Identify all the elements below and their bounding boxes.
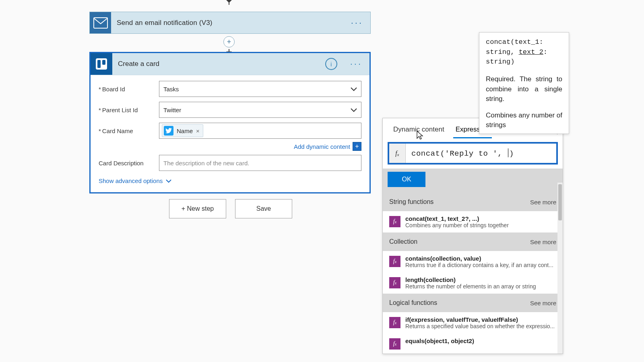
add-dynamic-content-link[interactable]: Add dynamic content [294, 143, 350, 150]
action-card-trello: Create a card i ··· *Board Id Tasks *Par… [89, 52, 371, 193]
action-menu-button[interactable]: ··· [343, 59, 369, 69]
ok-button[interactable]: OK [388, 172, 425, 187]
insert-step-button[interactable]: + [223, 36, 235, 47]
fx-item[interactable]: fxif(expression, valueIfTrue, valueIfFal… [383, 312, 563, 333]
info-icon[interactable]: i [325, 58, 337, 70]
see-more-link[interactable]: See more [530, 199, 556, 206]
fx-section-title: String functions [389, 198, 433, 206]
mail-icon [90, 12, 111, 33]
flow-arrow [229, 0, 229, 5]
fx-signature: length(collection) [405, 276, 556, 283]
fx-section-title: Collection [389, 238, 417, 245]
expression-input[interactable]: fx concat('Reply to ', ) [388, 142, 558, 165]
field-label-card-desc: Card Description [99, 160, 159, 167]
show-advanced-options[interactable]: Show advanced options [99, 177, 361, 184]
tooltip-footer: Combines any number of strings [486, 111, 562, 130]
fx-description: Returns a specified value based on wheth… [405, 323, 556, 329]
svg-rect-0 [94, 18, 107, 28]
token-remove-button[interactable]: × [196, 128, 200, 134]
fx-icon: fx [389, 256, 400, 267]
save-button[interactable]: Save [235, 199, 292, 218]
board-id-select[interactable]: Tasks [159, 81, 361, 97]
svg-rect-3 [102, 60, 105, 65]
field-label-parent-list: *Parent List Id [99, 107, 159, 113]
field-label-board-id: *Board Id [99, 86, 159, 93]
board-id-value: Tasks [163, 86, 179, 93]
add-dynamic-content-button[interactable]: + [353, 142, 361, 151]
fx-item[interactable]: fxconcat(text_1, text_2?, ...)Combines a… [383, 211, 563, 232]
fx-icon: fx [389, 338, 400, 350]
fx-description: Returns the number of elements in an arr… [405, 283, 556, 290]
tooltip-signature: concat(text_1: string, text_2: string) [486, 37, 562, 67]
action-card-email[interactable]: Send an email notification (V3) ··· [89, 12, 371, 34]
fx-icon: fx [389, 144, 406, 163]
fx-description: Combines any number of strings together [405, 222, 556, 228]
parent-list-select[interactable]: Twitter [159, 102, 361, 118]
parent-list-value: Twitter [163, 107, 181, 113]
fx-icon: fx [389, 277, 400, 288]
tooltip-description: Required. The string to combine into a s… [486, 74, 562, 104]
new-step-button[interactable]: + New step [169, 199, 226, 218]
chevron-down-icon [166, 177, 171, 184]
panel-scrollbar[interactable] [557, 183, 563, 354]
fx-icon: fx [389, 216, 400, 227]
expression-tooltip: concat(text_1: string, text_2: string) R… [479, 32, 569, 134]
fx-item[interactable]: fxlength(collection)Returns the number o… [383, 272, 563, 294]
expression-panel: Dynamic content Expression ▲ ▼ fx concat… [382, 118, 563, 354]
fx-signature: if(expression, valueIfTrue, valueIfFalse… [405, 316, 556, 323]
action-menu-button[interactable]: ··· [344, 18, 370, 28]
trello-icon [91, 53, 112, 75]
svg-rect-2 [97, 60, 101, 68]
see-more-link[interactable]: See more [530, 300, 556, 306]
card-description-input[interactable]: The description of the new card. [159, 155, 361, 171]
dynamic-token-name[interactable]: Name × [162, 124, 203, 137]
chevron-down-icon [351, 86, 357, 93]
see-more-link[interactable]: See more [530, 239, 556, 245]
tab-dynamic-content[interactable]: Dynamic content [388, 125, 450, 138]
fx-signature: concat(text_1, text_2?, ...) [405, 215, 556, 222]
chevron-down-icon [351, 107, 357, 113]
fx-signature: contains(collection, value) [405, 255, 556, 262]
fx-item[interactable]: fxequals(object1, object2) [383, 333, 563, 354]
fx-item[interactable]: fxcontains(collection, value)Returns tru… [383, 251, 563, 272]
fx-description: Returns true if a dictionary contains a … [405, 262, 556, 268]
card-desc-placeholder: The description of the new card. [163, 160, 249, 167]
card-name-input[interactable]: Name × [159, 123, 361, 139]
twitter-icon [164, 126, 173, 136]
fx-signature: equals(object1, object2) [405, 337, 556, 344]
fx-section-title: Logical functions [389, 299, 437, 306]
field-label-card-name: *Card Name [99, 128, 159, 134]
action-title: Create a card [112, 60, 325, 68]
expression-text: concat('Reply to ', ) [406, 148, 556, 158]
action-title: Send an email notification (V3) [111, 19, 344, 27]
fx-icon: fx [389, 317, 400, 328]
